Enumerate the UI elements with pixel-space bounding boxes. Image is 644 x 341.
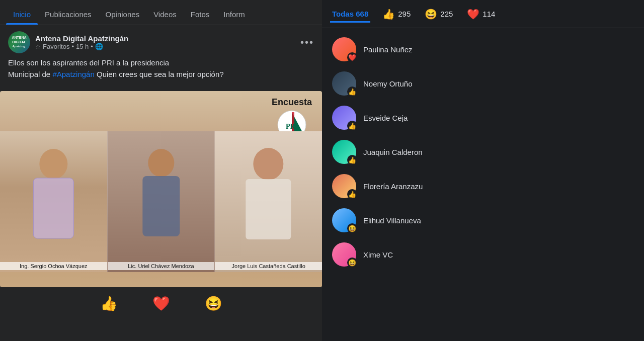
person-reaction-badge: 😆 <box>347 258 357 268</box>
meta-dot: • <box>71 43 74 50</box>
post-header: ANTENADIGITALApatzing. Antena Digital Ap… <box>8 31 314 53</box>
person-reaction-badge: ❤️ <box>347 52 357 62</box>
right-panel: Todas 668 👍 295 😆 225 ❤️ 114 ❤️Paulina N… <box>322 0 644 341</box>
svg-rect-8 <box>246 179 291 239</box>
person-item: 👍Juaquin Calderon <box>322 135 644 169</box>
post-hashtag[interactable]: #Apatzingán <box>52 70 94 78</box>
haha-tab-count: 225 <box>440 10 453 18</box>
candidate-2: Lic. Uriel Chávez Mendoza <box>107 131 215 272</box>
tab-all-label: Todas 668 <box>332 10 368 18</box>
person-reaction-badge: 👍 <box>347 189 357 199</box>
person-name: Paulina Nuñez <box>363 45 413 54</box>
haha-reaction-btn[interactable]: 😆 <box>202 292 224 314</box>
candidate-3: Jorge Luis Castañeda Castillo <box>215 131 322 272</box>
post-reactions: 👍 ❤️ 😆 <box>0 287 322 319</box>
svg-point-5 <box>148 149 174 177</box>
tab-videos[interactable]: Videos <box>146 4 184 25</box>
person-reaction-badge: 👍 <box>347 155 357 165</box>
person-name: Esveide Ceja <box>363 114 408 122</box>
post-image-bg: Encuesta PRI <box>0 91 322 287</box>
person-name: Juaquin Calderon <box>363 148 423 156</box>
person-item: 👍Noemy Ortuño <box>322 66 644 101</box>
person-reaction-badge: 👍 <box>347 121 357 131</box>
like-tab-emoji: 👍 <box>382 8 395 20</box>
heart-emoji: ❤️ <box>152 295 170 312</box>
person-name: Elihud Villanueva <box>363 216 421 225</box>
tab-publicaciones[interactable]: Publicaciones <box>38 4 99 25</box>
person-item: 👍Florería Aranzazu <box>322 169 644 203</box>
page-avatar: ANTENADIGITALApatzing. <box>8 31 30 53</box>
more-button[interactable]: ••• <box>300 37 314 48</box>
person-avatar-wrap: 👍 <box>332 174 356 198</box>
post-container: ANTENADIGITALApatzing. Antena Digital Ap… <box>0 25 322 91</box>
person-avatar-wrap: 👍 <box>332 71 356 96</box>
person-name: Noemy Ortuño <box>363 79 413 88</box>
person-item: 👍Esveide Ceja <box>322 101 644 135</box>
person-avatar-wrap: 😆 <box>332 208 356 232</box>
reaction-tabs: Todas 668 👍 295 😆 225 ❤️ 114 <box>322 0 644 28</box>
person-avatar-wrap: 👍 <box>332 140 356 164</box>
heart-tab-count: 114 <box>482 10 495 18</box>
star-icon: ☆ <box>35 43 41 50</box>
candidate-1-name: Ing. Sergio Ochoa Vázquez <box>0 262 107 270</box>
person-avatar-wrap: 👍 <box>332 106 356 130</box>
person-item: ❤️Paulina Nuñez <box>322 32 644 66</box>
left-panel: Inicio Publicaciones Opiniones Videos Fo… <box>0 0 322 341</box>
candidate-3-name: Jorge Luis Castañeda Castillo <box>215 262 322 270</box>
haha-emoji: 😆 <box>205 295 222 312</box>
like-tab-count: 295 <box>398 10 411 18</box>
tab-heart-reactions[interactable]: ❤️ 114 <box>465 4 497 24</box>
heart-tab-emoji: ❤️ <box>467 8 479 20</box>
meta-dot2: • <box>91 43 93 50</box>
post-text-line3: Quien crees que sea la mejor opción? <box>95 70 224 78</box>
tab-opiniones[interactable]: Opiniones <box>99 4 147 25</box>
post-header-left: ANTENADIGITALApatzing. Antena Digital Ap… <box>8 31 128 53</box>
person-item: 😆Elihud Villanueva <box>322 203 644 237</box>
post-text-line1: Ellos son los aspirantes del PRI a la pr… <box>8 58 169 67</box>
svg-point-2 <box>39 149 67 179</box>
page-name: Antena Digital Apatzingán <box>35 34 128 43</box>
tab-inicio[interactable]: Inicio <box>6 4 38 25</box>
svg-point-7 <box>254 148 284 180</box>
tab-haha-reactions[interactable]: 😆 225 <box>423 4 455 24</box>
post-image: Encuesta PRI <box>0 91 322 287</box>
svg-rect-3 <box>33 178 73 238</box>
svg-rect-6 <box>142 176 180 236</box>
people-list: ❤️Paulina Nuñez👍Noemy Ortuño👍Esveide Cej… <box>322 28 644 341</box>
encuesta-label: Encuesta <box>272 97 312 108</box>
meta-time: 15 h <box>76 43 89 50</box>
candidate-2-name: Lic. Uriel Chávez Mendoza <box>108 262 215 270</box>
person-reaction-badge: 😆 <box>347 223 357 233</box>
page-info: Antena Digital Apatzingán ☆ Favoritos • … <box>35 34 128 50</box>
person-avatar-wrap: ❤️ <box>332 37 356 61</box>
person-reaction-badge: 👍 <box>347 87 357 97</box>
page-avatar-inner: ANTENADIGITALApatzing. <box>8 31 30 53</box>
page-meta: ☆ Favoritos • 15 h • 🌐 <box>35 43 128 50</box>
candidates-row: Ing. Sergio Ochoa Vázquez Lic. Uriel Chá… <box>0 131 322 272</box>
heart-reaction-btn[interactable]: ❤️ <box>150 292 172 314</box>
meta-favorites: Favoritos <box>43 43 69 50</box>
person-item: 😆Xime VC <box>322 237 644 272</box>
nav-tabs: Inicio Publicaciones Opiniones Videos Fo… <box>0 0 322 25</box>
candidate-1: Ing. Sergio Ochoa Vázquez <box>0 131 107 272</box>
tab-all-reactions[interactable]: Todas 668 <box>330 6 370 22</box>
post-text: Ellos son los aspirantes del PRI a la pr… <box>8 57 314 80</box>
tab-fotos[interactable]: Fotos <box>184 4 217 25</box>
person-name: Xime VC <box>363 250 393 259</box>
post-text-line2: Municipal de <box>8 70 52 78</box>
person-name: Florería Aranzazu <box>363 182 423 191</box>
tab-inform[interactable]: Inform <box>216 4 252 25</box>
like-emoji: 👍 <box>100 295 118 312</box>
svg-text:PRI: PRI <box>286 123 298 130</box>
tab-like-reactions[interactable]: 👍 295 <box>380 4 413 24</box>
like-reaction-btn[interactable]: 👍 <box>98 292 120 314</box>
person-avatar-wrap: 😆 <box>332 242 356 267</box>
haha-tab-emoji: 😆 <box>425 8 437 20</box>
globe-icon: 🌐 <box>95 43 103 50</box>
